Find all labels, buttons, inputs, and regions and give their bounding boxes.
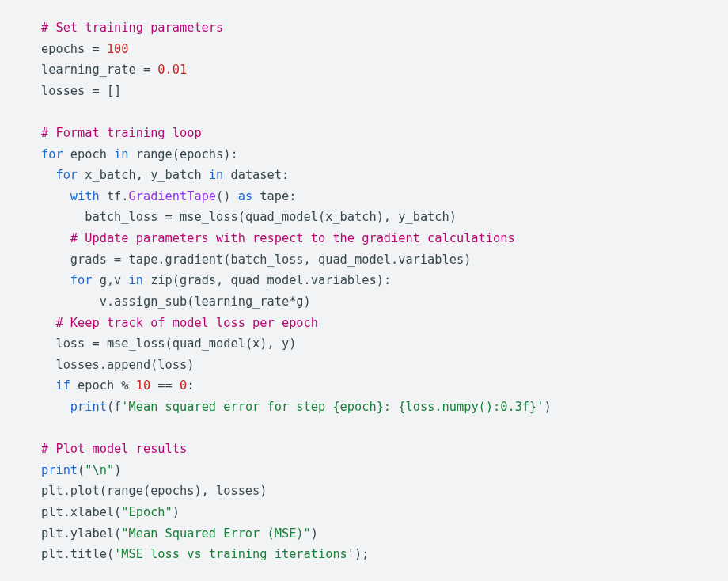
string-literal: "Mean Squared Error (MSE)"	[121, 526, 310, 541]
code-text: =	[114, 253, 128, 267]
code-text: )	[173, 505, 180, 519]
code-text: (f	[107, 400, 121, 414]
code-text: )	[311, 526, 318, 541]
code-text: tf.	[100, 189, 129, 203]
code-text: ==	[150, 378, 180, 393]
code-text: =	[92, 84, 106, 98]
code-text: x_batch, y_batch	[78, 168, 209, 182]
code-text: mse_loss(quad_model(x), y)	[107, 336, 296, 351]
keyword: if	[55, 378, 70, 393]
code-text: grads	[70, 253, 114, 267]
code-number: 10	[136, 378, 150, 393]
code-text: learning_rate	[41, 63, 143, 77]
string-literal: "\n"	[85, 463, 114, 477]
keyword: print	[41, 463, 78, 477]
comment: # Format training loop	[41, 126, 202, 140]
code-text: =	[165, 210, 180, 224]
comment: # Plot model results	[41, 442, 187, 456]
code-text: plt.title(	[41, 547, 114, 561]
keyword: as	[238, 189, 252, 203]
code-text: g,v	[92, 273, 128, 287]
code-text: epoch %	[70, 378, 136, 393]
function-name: GradientTape	[129, 189, 217, 203]
comment: # Update parameters with respect to the …	[70, 231, 515, 245]
code-text: (	[78, 463, 85, 477]
keyword: in	[114, 147, 128, 161]
keyword: for	[41, 147, 63, 161]
code-text: )	[544, 400, 551, 414]
code-text: v.assign_sub(learning_rate*g)	[100, 294, 311, 309]
code-text: tape.gradient(batch_loss, quad_model.var…	[129, 253, 472, 267]
code-text: losses	[41, 84, 92, 98]
code-text: epochs	[41, 42, 92, 56]
keyword: print	[70, 400, 107, 414]
string-literal: 'MSE loss vs training iterations'	[114, 547, 355, 561]
code-text: batch_loss	[85, 210, 165, 224]
keyword: with	[70, 189, 100, 203]
code-text: );	[355, 547, 369, 561]
comment: # Set training parameters	[41, 21, 223, 35]
code-text: []	[107, 84, 121, 98]
string-literal: "Epoch"	[121, 505, 172, 519]
keyword: for	[55, 168, 78, 182]
code-text: plt.ylabel(	[41, 526, 121, 541]
code-content: # Set training parameters epochs = 100 l…	[41, 17, 698, 565]
code-number: 100	[107, 42, 129, 56]
keyword: in	[209, 168, 223, 182]
code-text: mse_loss(quad_model(x_batch), y_batch)	[180, 210, 457, 224]
code-number: 0	[180, 378, 187, 393]
code-text: plt.xlabel(	[41, 505, 121, 519]
code-text: loss	[55, 336, 92, 351]
code-block: # Set training parameters epochs = 100 l…	[0, 0, 728, 581]
comment: # Keep track of model loss per epoch	[55, 316, 318, 330]
code-number: 0.01	[157, 63, 187, 77]
code-text: losses.append(loss)	[55, 358, 194, 372]
code-text: =	[92, 42, 106, 56]
code-text: )	[114, 463, 121, 477]
code-text: =	[143, 63, 157, 77]
code-text: tape:	[252, 189, 296, 203]
code-text: epoch	[63, 147, 114, 161]
keyword: in	[129, 273, 143, 287]
code-text: plt.plot(range(epochs), losses)	[41, 484, 267, 498]
string-literal: 'Mean squared error for step {epoch}: {l…	[121, 400, 544, 414]
code-text: :	[187, 378, 194, 393]
code-text: =	[92, 336, 106, 351]
code-text: range(epochs):	[129, 147, 238, 161]
code-text: zip(grads, quad_model.variables):	[143, 273, 391, 287]
code-text: ()	[216, 189, 238, 203]
keyword: for	[70, 273, 93, 287]
code-text: dataset:	[223, 168, 289, 182]
